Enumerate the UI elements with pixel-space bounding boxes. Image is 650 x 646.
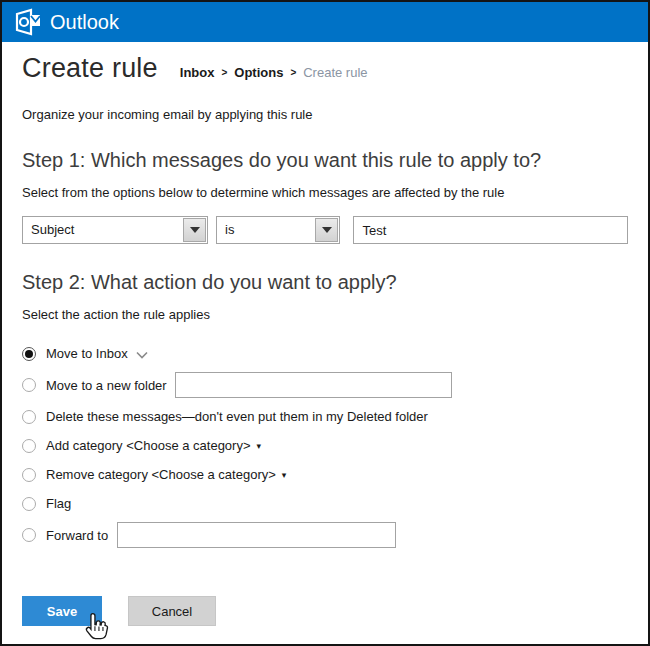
dropdown-marker-icon[interactable]: ▾ — [282, 470, 287, 480]
option-label: Move to Inbox — [46, 346, 128, 361]
step2-heading: Step 2: What action do you want to apply… — [22, 271, 628, 294]
breadcrumb-options[interactable]: Options — [234, 65, 283, 80]
breadcrumb-inbox[interactable]: Inbox — [180, 65, 215, 80]
forward-to-input[interactable] — [117, 522, 396, 548]
field-dropdown-value: Subject — [23, 217, 182, 243]
cancel-button[interactable]: Cancel — [128, 596, 216, 626]
breadcrumb: Inbox > Options > Create rule — [180, 65, 368, 80]
breadcrumb-separator: > — [221, 67, 227, 78]
radio-forward-to[interactable] — [22, 528, 36, 542]
new-folder-name-input[interactable] — [175, 372, 452, 398]
app-header: Outlook — [2, 2, 648, 42]
field-dropdown-button[interactable] — [183, 218, 206, 242]
step1-subheading: Select from the options below to determi… — [22, 185, 628, 200]
radio-flag[interactable] — [22, 497, 36, 511]
dropdown-arrow-icon — [190, 227, 200, 233]
option-flag[interactable]: Flag — [22, 489, 628, 518]
breadcrumb-separator: > — [290, 67, 296, 78]
chevron-down-icon[interactable] — [136, 351, 148, 359]
radio-remove-category[interactable] — [22, 468, 36, 482]
condition-dropdown-button[interactable] — [315, 218, 338, 242]
page-title: Create rule — [22, 53, 158, 84]
option-label: Move to a new folder — [46, 378, 167, 393]
option-label: Flag — [46, 496, 71, 511]
save-button[interactable]: Save — [22, 596, 102, 626]
radio-delete-messages[interactable] — [22, 410, 36, 424]
create-rule-window: Outlook Create rule Inbox > Options > Cr… — [0, 0, 650, 646]
outlook-logo-icon — [13, 7, 43, 37]
step2-subheading: Select the action the rule applies — [22, 307, 628, 322]
dropdown-marker-icon[interactable]: ▾ — [257, 441, 262, 451]
radio-move-to-new-folder[interactable] — [22, 378, 36, 392]
condition-value-input[interactable] — [353, 216, 628, 244]
field-dropdown[interactable]: Subject — [22, 216, 208, 244]
option-add-category[interactable]: Add category <Choose a category> ▾ — [22, 431, 628, 460]
option-move-to-new-folder[interactable]: Move to a new folder — [22, 368, 628, 402]
breadcrumb-current: Create rule — [303, 65, 367, 80]
intro-text: Organize your incoming email by applying… — [22, 107, 628, 122]
condition-dropdown[interactable]: is — [216, 216, 340, 244]
option-remove-category[interactable]: Remove category <Choose a category> ▾ — [22, 460, 628, 489]
condition-dropdown-value: is — [217, 217, 314, 243]
action-options-list: Move to Inbox Move to a new folder Delet… — [22, 339, 628, 552]
option-label: Delete these messages—don't even put the… — [46, 409, 428, 424]
radio-move-to-inbox[interactable] — [22, 347, 36, 361]
option-forward-to[interactable]: Forward to — [22, 518, 628, 552]
radio-add-category[interactable] — [22, 439, 36, 453]
option-move-to-inbox[interactable]: Move to Inbox — [22, 339, 628, 368]
brand-name: Outlook — [50, 11, 119, 34]
option-label: Forward to — [46, 528, 108, 543]
step1-heading: Step 1: Which messages do you want this … — [22, 149, 628, 172]
option-label: Add category <Choose a category> — [46, 438, 251, 453]
dropdown-arrow-icon — [322, 227, 332, 233]
option-delete-messages[interactable]: Delete these messages—don't even put the… — [22, 402, 628, 431]
option-label: Remove category <Choose a category> — [46, 467, 276, 482]
